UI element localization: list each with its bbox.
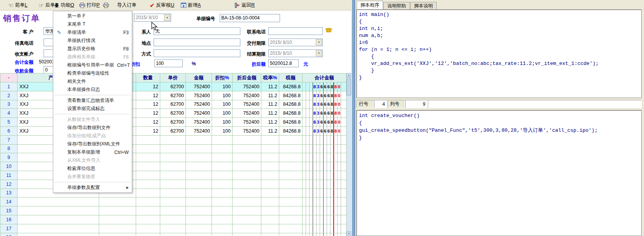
grid-cell-discount[interactable] <box>212 153 233 162</box>
panel-splitter[interactable] <box>351 0 355 236</box>
grid-cell-qty[interactable] <box>136 215 160 224</box>
grid-cell-discount[interactable] <box>212 171 233 180</box>
grid-cell-extra[interactable] <box>99 198 136 206</box>
grid-cell-amount[interactable] <box>186 233 212 236</box>
row-number-cell[interactable]: 18 <box>0 233 18 236</box>
grid-cell-qty[interactable]: 12 <box>136 127 160 136</box>
grid-cell-price[interactable] <box>160 198 186 206</box>
grid-cell-amount[interactable] <box>186 136 212 145</box>
grid-cell-total-ledger[interactable] <box>303 162 346 171</box>
menu-item[interactable]: 保存/导出数据到文件 <box>53 124 132 132</box>
grid-cell-qty[interactable] <box>136 233 160 236</box>
grid-cell-total-ledger[interactable] <box>303 180 346 189</box>
delivery-date-combo[interactable]: 2015/ 8/10 ▼ <box>268 38 323 46</box>
tab-脚本说明[interactable]: 脚本说明 <box>410 2 437 9</box>
grid-cell-product[interactable] <box>18 224 99 233</box>
grid-cell-amount[interactable] <box>186 162 212 171</box>
grid-cell-qty[interactable]: 12 <box>136 91 160 100</box>
grid-cell-discount[interactable]: 100 <box>212 118 233 127</box>
grid-cell-tax[interactable]: 84268.8 <box>279 82 303 91</box>
grid-cell-total-ledger[interactable]: 83666880 <box>303 109 346 118</box>
grid-cell-qty[interactable] <box>136 206 160 215</box>
grid-cell-tax_rate[interactable] <box>261 233 279 236</box>
row-number-cell[interactable]: 12 <box>0 180 18 189</box>
grid-cell-amount[interactable] <box>186 198 212 206</box>
grid-cell-tax[interactable] <box>279 233 303 236</box>
grid-cell-tax[interactable]: 84268.8 <box>279 100 303 109</box>
grid-cell-price[interactable]: 62700 <box>160 127 186 136</box>
grid-cell-tax_rate[interactable] <box>261 145 279 154</box>
grid-cell-qty[interactable] <box>136 153 160 162</box>
grid-cell-amount[interactable] <box>186 215 212 224</box>
grid-cell-discounted[interactable] <box>233 145 261 154</box>
grid-cell-total-ledger[interactable] <box>303 206 346 215</box>
grid-cell-discount[interactable] <box>212 233 233 236</box>
grid-cell-discounted[interactable] <box>233 189 261 198</box>
grid-cell-total-ledger[interactable] <box>303 233 346 236</box>
grid-cell-discounted[interactable] <box>233 162 261 171</box>
scroll-up-button[interactable]: ▲ <box>346 73 351 78</box>
grid-column-header-price[interactable]: 单价 <box>160 73 186 82</box>
grid-cell-tax_rate[interactable] <box>261 180 279 189</box>
grid-column-header-total[interactable]: 合计金额 <box>303 73 346 82</box>
grid-cell-qty[interactable] <box>136 189 160 198</box>
chevron-down-icon[interactable]: ▼ <box>316 50 322 56</box>
menu-item[interactable]: 第一单 F <box>53 12 132 20</box>
grid-cell-tax_rate[interactable] <box>261 224 279 233</box>
grid-cell-tax[interactable] <box>279 198 303 206</box>
menu-item[interactable]: ✎单据清单F3 <box>53 28 132 37</box>
grid-column-header-amount[interactable]: 金额 <box>186 73 212 82</box>
grid-cell-discount[interactable]: 100 <box>212 109 233 118</box>
prev-order-button[interactable]: ☜前单L <box>7 1 28 10</box>
grid-cell-tax_rate[interactable]: 11.2 <box>261 109 279 118</box>
grid-cell-tax[interactable] <box>279 215 303 224</box>
grid-cell-amount[interactable]: 752400 <box>186 82 212 91</box>
grid-cell-tax_rate[interactable] <box>261 198 279 206</box>
grid-cell-qty[interactable]: 12 <box>136 109 160 118</box>
grid-cell-tax[interactable] <box>279 206 303 215</box>
grid-cell-discount[interactable] <box>212 198 233 206</box>
grid-cell-tax[interactable]: 84268.8 <box>279 127 303 136</box>
grid-cell-amount[interactable]: 752400 <box>186 91 212 100</box>
grid-cell-extra[interactable] <box>99 233 136 236</box>
grid-cell-tax[interactable] <box>279 171 303 180</box>
grid-cell-discount[interactable]: 100 <box>212 91 233 100</box>
grid-cell-amount[interactable]: 752400 <box>186 109 212 118</box>
grid-cell-tax[interactable]: 84268.8 <box>279 91 303 100</box>
grid-cell-total-ledger[interactable]: 83666880 <box>303 127 346 136</box>
grid-cell-tax[interactable] <box>279 224 303 233</box>
discount-field[interactable]: 100 <box>154 59 183 67</box>
grid-cell-price[interactable]: 62700 <box>160 118 186 127</box>
grid-cell-amount[interactable]: 752400 <box>186 127 212 136</box>
row-number-cell[interactable]: 14 <box>0 198 18 206</box>
menu-item[interactable]: 显示历史价格F8 <box>53 45 132 53</box>
grid-cell-tax_rate[interactable]: 11.2 <box>261 127 279 136</box>
row-number-cell[interactable]: 10 <box>0 162 18 171</box>
grid-cell-qty[interactable] <box>136 145 160 154</box>
row-number-cell[interactable]: 4 <box>0 109 18 118</box>
grid-cell-total-ledger[interactable] <box>303 198 346 206</box>
grid-cell-discounted[interactable] <box>233 233 261 236</box>
grid-cell-amount[interactable]: 752400 <box>186 100 212 109</box>
order-date-combo[interactable]: 2015/ 8/10 ▼ <box>134 14 171 22</box>
tab-脚本程序[interactable]: 脚本程序 <box>357 1 383 9</box>
menu-item[interactable]: 检索库位信息 <box>53 164 132 173</box>
phone-field[interactable] <box>268 27 323 35</box>
grid-cell-discount[interactable] <box>212 145 233 154</box>
grid-cell-price[interactable] <box>160 153 186 162</box>
grid-cell-qty[interactable] <box>136 162 160 171</box>
menu-item[interactable]: 单据参数及配置▶ <box>53 184 132 192</box>
grid-cell-price[interactable] <box>160 145 186 154</box>
grid-cell-total-ledger[interactable] <box>303 153 346 162</box>
grid-cell-total-ledger[interactable] <box>303 189 346 198</box>
chevron-down-icon[interactable]: ▼ <box>164 14 170 21</box>
grid-cell-extra[interactable] <box>99 224 136 233</box>
grid-cell-discount[interactable]: 100 <box>212 100 233 109</box>
grid-cell-discounted[interactable]: 752400 <box>233 109 261 118</box>
grid-cell-tax_rate[interactable] <box>261 189 279 198</box>
menu-item[interactable]: 设置单据完成标志 <box>53 105 132 113</box>
functions-button[interactable]: 功能O <box>53 1 75 10</box>
grid-cell-qty[interactable]: 12 <box>136 118 160 127</box>
import-order-button[interactable]: 导入订单 <box>116 1 138 10</box>
grid-cell-price[interactable] <box>160 206 186 215</box>
